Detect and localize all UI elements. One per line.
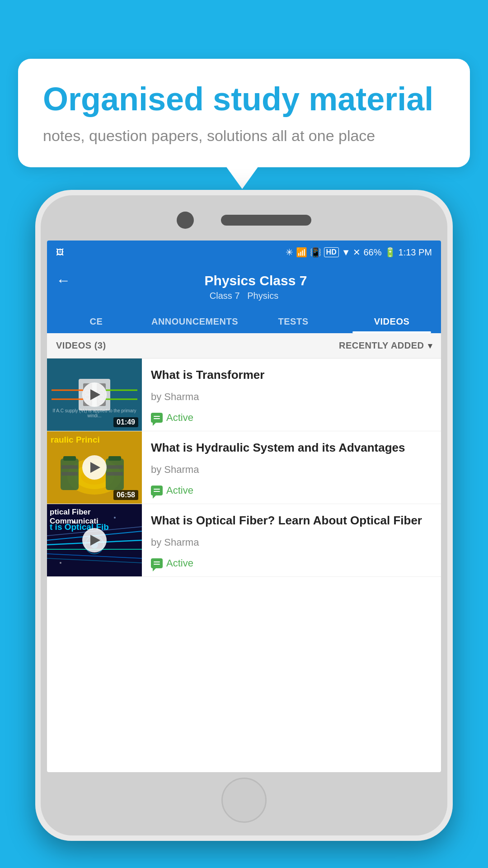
back-button[interactable]: ←: [56, 272, 70, 289]
video-thumbnail: If A.C supply (V₁) is applied to the pri…: [47, 359, 142, 431]
mobile-data-icon: ✕: [353, 247, 361, 258]
status-text: Active: [166, 412, 193, 424]
tab-bar: CE ANNOUNCEMENTS TESTS VIDEOS: [47, 308, 441, 333]
video-thumbnail: ptical Fiber Communicati t is Optical Fi…: [47, 504, 142, 576]
app-bar-top: ← Physics Class 7: [56, 272, 432, 289]
video-list: If A.C supply (V₁) is applied to the pri…: [47, 359, 441, 577]
tab-ce[interactable]: CE: [47, 308, 145, 333]
video-title: What is Transformer: [151, 368, 432, 383]
thumb-ac-text: If A.C supply (V₁) is applied to the pri…: [49, 408, 140, 418]
hydraulic-label-text: raulic Princi: [51, 435, 100, 445]
sort-label: RECENTLY ADDED: [339, 340, 424, 351]
active-chat-icon: [151, 413, 163, 423]
video-info: What is Transformer by Sharma Active: [142, 359, 441, 431]
video-author: by Sharma: [151, 537, 432, 548]
phone-screen: 🖼 ✳ 📶 📳 HD ▼ ✕ 66% 🔋 1:13 PM ←: [47, 241, 441, 772]
battery-icon: 🔋: [385, 247, 396, 258]
status-bar: 🖼 ✳ 📶 📳 HD ▼ ✕ 66% 🔋 1:13 PM: [47, 241, 441, 264]
tab-announcements[interactable]: ANNOUNCEMENTS: [145, 308, 244, 333]
speaker-bar: [221, 215, 311, 226]
active-chat-icon: [151, 558, 163, 568]
vibrate-icon: 📳: [310, 247, 321, 258]
video-title: What is Optical Fiber? Learn About Optic…: [151, 513, 432, 528]
video-duration: 06:58: [113, 490, 138, 500]
time-display: 1:13 PM: [399, 247, 432, 258]
subtitle-class: Class 7: [210, 291, 240, 301]
status-text: Active: [166, 557, 193, 569]
dropdown-arrow-icon: ▾: [428, 341, 432, 351]
hd-badge: HD: [324, 247, 339, 257]
bubble-subtitle: notes, question papers, solutions all at…: [43, 127, 445, 145]
camera-dot: [177, 212, 194, 229]
phone-frame: 🖼 ✳ 📶 📳 HD ▼ ✕ 66% 🔋 1:13 PM ←: [35, 190, 453, 841]
wifi-icon: ▼: [342, 247, 351, 258]
speech-bubble: Organised study material notes, question…: [18, 59, 470, 167]
video-info: What is Optical Fiber? Learn About Optic…: [142, 504, 441, 576]
phone-inner: 🖼 ✳ 📶 📳 HD ▼ ✕ 66% 🔋 1:13 PM ←: [41, 195, 447, 835]
video-status: Active: [151, 557, 432, 569]
play-triangle-icon: [90, 389, 100, 400]
signal-icon: 📶: [296, 247, 307, 258]
video-author: by Sharma: [151, 464, 432, 476]
battery-percent: 66%: [363, 247, 381, 258]
video-thumbnail: raulic Princi 06:58: [47, 431, 142, 504]
video-status: Active: [151, 485, 432, 496]
tab-tests[interactable]: TESTS: [244, 308, 343, 333]
play-triangle-icon: [90, 462, 100, 473]
status-text: Active: [166, 485, 193, 496]
video-item[interactable]: ptical Fiber Communicati t is Optical Fi…: [47, 504, 441, 577]
play-triangle-icon: [90, 535, 100, 546]
play-button[interactable]: [82, 528, 107, 552]
home-button[interactable]: [221, 778, 267, 823]
bluetooth-icon: ✳: [286, 247, 293, 258]
app-subtitle: Class 7 Physics: [56, 291, 432, 301]
subtitle-subject: Physics: [247, 291, 278, 301]
play-button[interactable]: [82, 382, 107, 407]
videos-count: VIDEOS (3): [56, 340, 106, 351]
sort-button[interactable]: RECENTLY ADDED ▾: [339, 340, 432, 351]
active-chat-icon: [151, 486, 163, 495]
app-bar: ← Physics Class 7 Class 7 Physics: [47, 264, 441, 308]
bubble-title: Organised study material: [43, 81, 445, 117]
status-right: ✳ 📶 📳 HD ▼ ✕ 66% 🔋 1:13 PM: [286, 247, 432, 258]
video-title: What is Hydraulic System and its Advanta…: [151, 440, 432, 456]
photo-icon: 🖼: [56, 248, 64, 257]
video-status: Active: [151, 412, 432, 424]
video-duration: 01:49: [113, 417, 138, 427]
phone-camera-area: [41, 212, 447, 229]
status-left: 🖼: [56, 248, 64, 257]
tab-videos[interactable]: VIDEOS: [343, 308, 441, 333]
video-author: by Sharma: [151, 391, 432, 403]
app-title: Physics Class 7: [80, 273, 432, 288]
video-item[interactable]: raulic Princi 06:58 What is Hydraulic Sy…: [47, 431, 441, 504]
videos-header: VIDEOS (3) RECENTLY ADDED ▾: [47, 333, 441, 359]
play-button[interactable]: [82, 455, 107, 480]
svg-point-37: [60, 562, 61, 564]
video-item[interactable]: If A.C supply (V₁) is applied to the pri…: [47, 359, 441, 431]
video-info: What is Hydraulic System and its Advanta…: [142, 431, 441, 504]
